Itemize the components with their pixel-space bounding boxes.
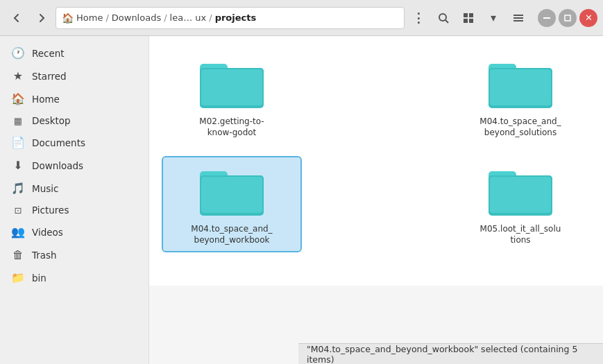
folder-item-2[interactable]: M04.to_space_and_beyond_solutions	[452, 50, 589, 144]
documents-icon: 📄	[11, 136, 25, 149]
breadcrumb-downloads[interactable]: Downloads	[112, 12, 161, 23]
breadcrumb-projects-label: projects	[215, 12, 257, 23]
svg-rect-2	[464, 13, 468, 17]
breadcrumb[interactable]: 🏠 Home / Downloads / lea… ux / projects	[56, 7, 405, 29]
folder-item-4[interactable]: M05.loot_it_all_solutions	[452, 157, 589, 251]
sidebar-item-desktop[interactable]: ▦ Desktop	[0, 110, 148, 131]
folder-label-4: M05.loot_it_all_solutions	[479, 224, 562, 245]
svg-rect-6	[513, 15, 523, 16]
sidebar-label-bin: bin	[32, 272, 46, 284]
bin-icon: 📁	[11, 271, 25, 284]
folder-item-3[interactable]: M04.to_space_and_beyond_workbook	[163, 157, 300, 251]
sidebar-label-pictures: Pictures	[32, 205, 69, 216]
svg-rect-9	[543, 17, 550, 19]
music-icon: 🎵	[11, 182, 25, 195]
search-button[interactable]	[432, 7, 455, 29]
sidebar-item-music[interactable]: 🎵 Music	[0, 177, 148, 200]
desktop-icon: ▦	[11, 116, 25, 126]
sidebar-label-music: Music	[32, 183, 58, 194]
window-controls: ✕	[538, 9, 597, 27]
sidebar-item-downloads[interactable]: ⬇ Downloads	[0, 154, 148, 177]
breadcrumb-sep-3: /	[209, 12, 212, 23]
breadcrumb-sep-1: /	[105, 12, 108, 23]
breadcrumb-projects[interactable]: projects	[215, 12, 257, 23]
folder-label-1: M02.getting-to-know-godot	[190, 116, 273, 138]
sidebar-item-pictures[interactable]: ⊡ Pictures	[0, 200, 148, 220]
svg-rect-7	[513, 17, 523, 19]
svg-rect-4	[464, 19, 468, 23]
svg-rect-8	[513, 20, 523, 21]
breadcrumb-home-label: Home	[76, 12, 103, 23]
statusbar: "M04.to_space_and_beyond_workbook" selec…	[298, 343, 603, 364]
sidebar-item-videos[interactable]: 👥 Videos	[0, 220, 148, 243]
svg-rect-3	[469, 13, 473, 17]
folder-label-3: M04.to_space_and_beyond_workbook	[190, 224, 273, 245]
toolbar: 🏠 Home / Downloads / lea… ux / projects …	[0, 0, 603, 36]
sidebar-item-starred[interactable]: ★ Starred	[0, 64, 148, 87]
svg-point-0	[439, 14, 446, 21]
downloads-icon: ⬇	[11, 159, 25, 172]
toolbar-right: ⋮ ▾	[407, 7, 529, 29]
menu-button[interactable]: ⋮	[407, 7, 430, 29]
sidebar: 🕐 Recent ★ Starred 🏠 Home ▦ Desktop 📄 Do…	[0, 36, 149, 364]
starred-icon: ★	[11, 69, 25, 83]
folder-icon-2	[487, 55, 554, 111]
svg-rect-5	[469, 19, 473, 23]
sidebar-item-home[interactable]: 🏠 Home	[0, 87, 148, 110]
svg-rect-26	[490, 177, 551, 213]
sidebar-label-downloads: Downloads	[32, 160, 83, 171]
breadcrumb-home[interactable]: 🏠 Home	[62, 12, 103, 24]
breadcrumb-learn[interactable]: lea… ux	[170, 12, 207, 23]
svg-rect-22	[201, 177, 262, 213]
sidebar-item-bin[interactable]: 📁 bin	[0, 266, 148, 289]
svg-rect-10	[565, 15, 570, 21]
folder-label-2: M04.to_space_and_beyond_solutions	[479, 116, 562, 138]
folder-icon-4	[487, 163, 554, 218]
folder-icon-1	[198, 55, 265, 111]
trash-icon: 🗑	[11, 248, 25, 261]
folder-icon-3	[198, 163, 265, 218]
sidebar-label-desktop: Desktop	[32, 115, 71, 126]
sidebar-label-trash: Trash	[32, 250, 57, 261]
sidebar-item-recent[interactable]: 🕐 Recent	[0, 42, 148, 64]
close-button[interactable]: ✕	[579, 9, 597, 27]
sort-button[interactable]: ▾	[482, 7, 504, 29]
sidebar-label-videos: Videos	[32, 227, 63, 238]
sidebar-label-recent: Recent	[32, 48, 65, 59]
sidebar-item-trash[interactable]: 🗑 Trash	[0, 243, 148, 266]
minimize-button[interactable]	[538, 9, 556, 27]
svg-line-1	[445, 20, 448, 23]
svg-rect-18	[490, 69, 551, 105]
recent-icon: 🕐	[11, 46, 25, 60]
videos-icon: 👥	[11, 225, 25, 239]
folder-item-1[interactable]: M02.getting-to-know-godot	[163, 50, 300, 144]
file-area: M02.getting-to-know-godot M04.to_space_a…	[149, 36, 603, 286]
home-icon: 🏠	[62, 12, 74, 24]
sidebar-item-documents[interactable]: 📄 Documents	[0, 131, 148, 154]
home-icon: 🏠	[11, 92, 25, 105]
view-toggle-button[interactable]	[457, 7, 479, 29]
statusbar-text: "M04.to_space_and_beyond_workbook" selec…	[307, 344, 595, 365]
forward-button[interactable]	[31, 7, 53, 29]
svg-rect-14	[201, 69, 262, 105]
sidebar-label-documents: Documents	[32, 137, 85, 148]
breadcrumb-downloads-label: Downloads	[112, 12, 161, 23]
back-button[interactable]	[6, 7, 28, 29]
pictures-icon: ⊡	[11, 205, 25, 216]
breadcrumb-learn-label: lea… ux	[170, 12, 207, 23]
sidebar-label-home: Home	[32, 94, 60, 105]
options-button[interactable]	[507, 7, 529, 29]
main: 🕐 Recent ★ Starred 🏠 Home ▦ Desktop 📄 Do…	[0, 36, 603, 364]
maximize-button[interactable]	[559, 9, 577, 27]
breadcrumb-sep-2: /	[164, 12, 167, 23]
sidebar-label-starred: Starred	[32, 71, 67, 82]
